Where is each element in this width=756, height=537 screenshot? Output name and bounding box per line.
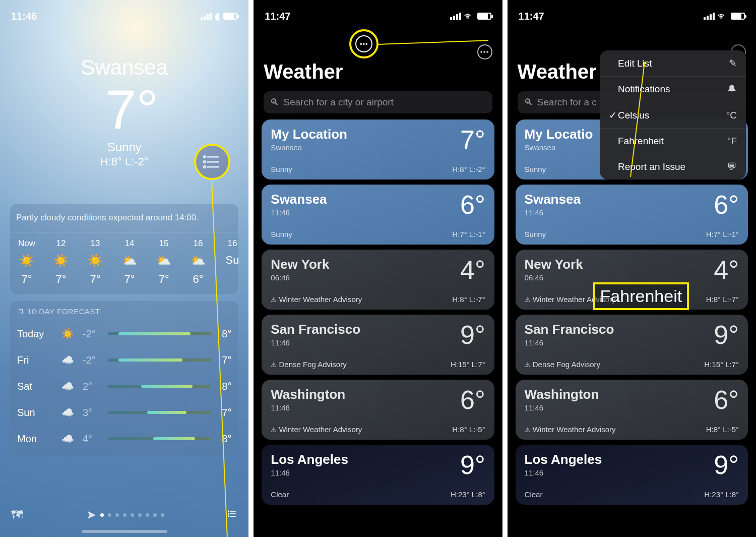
menu-item[interactable]: ✓Celsius°C <box>600 102 746 129</box>
status-icons: ◖︎ <box>201 10 237 22</box>
options-menu: Edit List✎Notifications🔔︎✓Celsius°CFahre… <box>600 50 746 180</box>
signal-icon <box>201 13 212 20</box>
day-row: Sun☁️3°7° <box>17 399 231 426</box>
status-icons: ᯤ <box>704 11 745 22</box>
conditions-alert: Partly cloudy conditions expected around… <box>10 204 238 232</box>
wifi-icon: ᯤ <box>718 11 728 22</box>
search-input[interactable]: 🔍︎ Search for a city or airport <box>264 91 492 113</box>
svg-point-11 <box>228 516 229 517</box>
signal-icon <box>704 13 715 20</box>
page-title: Weather <box>254 50 502 88</box>
bottom-toolbar: 🗺︎ ➤ <box>0 508 248 522</box>
hour-cell: 16⛅6° <box>181 238 215 286</box>
svg-point-4 <box>204 161 205 162</box>
city-card[interactable]: New York06:464° ⚠ Winter Weather Advisor… <box>262 250 494 310</box>
search-placeholder: Search for a c <box>537 97 597 108</box>
list-button[interactable] <box>227 508 237 522</box>
hour-cell: Now☀️7° <box>10 238 43 286</box>
more-button[interactable]: ••• <box>477 44 492 59</box>
status-bar: 11:47 ᯤ <box>254 0 502 25</box>
status-bar: 11:47 ᯤ <box>508 0 756 25</box>
status-time: 11:46 <box>11 11 37 22</box>
city-card[interactable]: Swansea11:466° SunnyH:7° L:-1° <box>262 185 494 245</box>
callout-list-button <box>194 144 230 180</box>
list-icon <box>227 509 237 519</box>
weather-detail-screen: 11:46 ◖︎ Swansea 7° Sunny H:8° L:-2° Par… <box>0 0 248 537</box>
annotation-line <box>377 40 488 45</box>
city-card[interactable]: Washington11:466° ⚠ Winter Weather Advis… <box>516 380 748 440</box>
status-bar: 11:46 ◖︎ <box>0 0 248 25</box>
city-card[interactable]: Washington11:466° ⚠ Winter Weather Advis… <box>262 380 494 440</box>
ellipsis-icon: ••• <box>355 35 372 52</box>
weather-list-screen: 11:47 ᯤ ••• ••• Weather 🔍︎ Search for a … <box>254 0 502 537</box>
signal-icon <box>450 13 461 20</box>
callout-more-button: ••• <box>349 29 379 58</box>
hour-cell: 13☀️7° <box>79 238 112 286</box>
ten-day-header: 🗓 10-DAY FORECAST <box>17 307 231 316</box>
status-icons: ᯤ <box>450 11 491 22</box>
city-card[interactable]: San Francisco11:469° ⚠ Dense Fog Advisor… <box>516 315 748 375</box>
status-time: 11:47 <box>519 11 544 22</box>
location-arrow-icon: ➤ <box>86 508 96 522</box>
hour-cell: 16Su <box>216 238 238 286</box>
battery-icon <box>731 13 745 20</box>
svg-point-5 <box>204 166 205 167</box>
city-card[interactable]: My LocationSwansea7° SunnyH:8° L:-2° <box>262 120 494 180</box>
wifi-icon: ᯤ <box>464 11 474 22</box>
menu-item[interactable]: Report an Issue💬︎ <box>600 154 746 180</box>
ten-day-forecast[interactable]: 🗓 10-DAY FORECAST Today☀️-2°8°Fri☁️-2°7°… <box>10 301 238 456</box>
day-row: Mon☁️4°8° <box>17 426 231 452</box>
battery-icon <box>477 13 491 20</box>
search-icon: 🔍︎ <box>524 97 533 108</box>
city-card[interactable]: San Francisco11:469° ⚠ Dense Fog Advisor… <box>262 315 494 375</box>
day-row: Today☀️-2°8° <box>17 321 231 347</box>
battery-icon <box>223 13 237 20</box>
day-row: Fri☁️-2°7° <box>17 347 231 373</box>
callout-fahrenheit: Fahrenheit <box>593 282 689 310</box>
home-indicator[interactable] <box>82 530 167 533</box>
hour-cell: 15⛅7° <box>147 238 180 286</box>
menu-item[interactable]: Edit List✎ <box>600 50 746 77</box>
page-dots[interactable]: ➤ <box>86 508 164 522</box>
status-time: 11:47 <box>265 11 290 22</box>
map-icon[interactable]: 🗺︎ <box>11 508 23 522</box>
list-icon[interactable] <box>202 152 222 172</box>
weather-list-menu-screen: 11:47 ᯤ ••• Weather 🔍︎ Search for a c My… <box>508 0 756 537</box>
day-row: Sat☁️2°8° <box>17 373 231 399</box>
svg-point-10 <box>228 513 229 514</box>
wifi-icon: ◖︎ <box>215 10 220 22</box>
city-card[interactable]: Los Angeles11:469° ClearH:23° L:8° <box>516 445 748 505</box>
city-name: Swansea <box>0 55 248 80</box>
city-card[interactable]: Swansea11:466° SunnyH:7° L:-1° <box>516 185 748 245</box>
menu-item[interactable]: Notifications🔔︎ <box>600 77 746 102</box>
menu-item[interactable]: Fahrenheit°F <box>600 129 746 154</box>
current-temp: 7° <box>15 82 248 137</box>
search-icon: 🔍︎ <box>270 97 279 108</box>
hour-cell: 14⛅7° <box>113 238 146 286</box>
svg-point-9 <box>228 511 229 512</box>
search-placeholder: Search for a city or airport <box>283 97 394 108</box>
svg-point-3 <box>204 156 205 157</box>
hourly-forecast[interactable]: Now☀️7°12☀️7°13☀️7°14⛅7°15⛅7°16⛅6°16Su <box>10 232 238 294</box>
hour-cell: 12☀️7° <box>44 238 78 286</box>
city-card[interactable]: Los Angeles11:469° ClearH:23° L:8° <box>262 445 494 505</box>
